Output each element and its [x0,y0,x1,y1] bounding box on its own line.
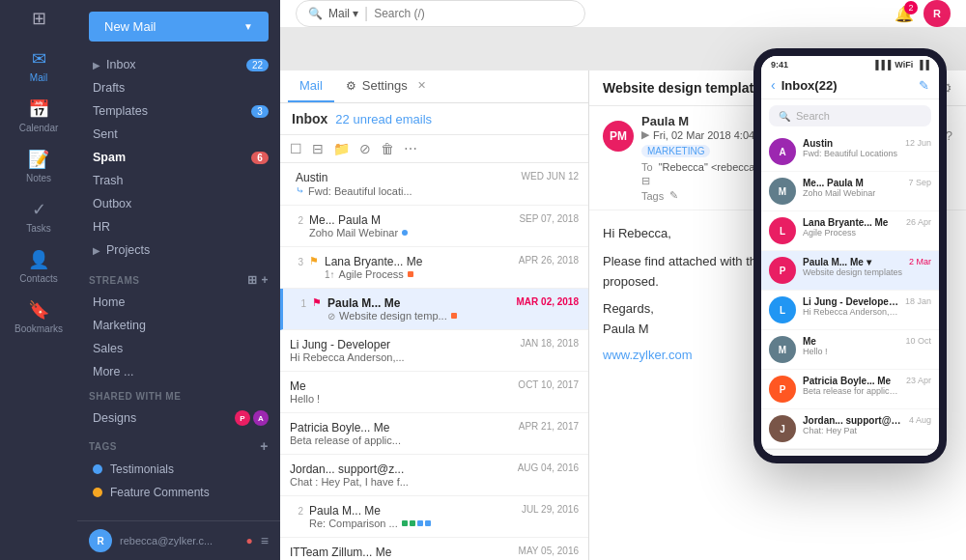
folder-outbox[interactable]: Outbox [77,192,280,215]
email-items-list: Austin WED JUN 12 ⤷ Fwd: Beautiful locat… [280,163,588,560]
nav-item-contacts[interactable]: 👤 Contacts [0,241,77,292]
email-category-tag: MARKETING [641,145,710,157]
sender-avatar: PM [603,121,634,152]
mobile-email-4[interactable]: P Paula M... Me ▾ Website design templat… [761,251,939,291]
fwd-icon: ⤷ [296,184,304,197]
new-mail-button[interactable]: New Mail ▼ [89,12,269,42]
top-bar-actions: 🔔 2 R [895,0,951,27]
top-bar: 🔍 Mail ▾ | 🔔 2 R [280,0,966,28]
stream-sales[interactable]: Sales [77,337,280,360]
archive-icon[interactable]: ⊘ [357,139,373,158]
mobile-nav-contacts-icon: 👤 [842,457,858,463]
folder-spam[interactable]: Spam 6 [77,146,280,169]
email-row-4[interactable]: 1 ⚑ Paula M... Me MAR 02, 2018 ⊘ Website… [280,289,588,330]
tags-header: TAGS + [77,431,280,458]
email-row-3[interactable]: 3 ⚑ Lana Bryante... Me APR 26, 2018 1↑ A… [280,247,588,289]
mobile-email-6[interactable]: M Me Hello ! 10 Oct [761,330,939,370]
mobile-time: 9:41 [771,60,788,70]
nav-item-calendar[interactable]: 📅 Calendar [0,91,77,141]
email-row-9[interactable]: 2 Paula M... Me JUL 29, 2016 Re: Compari… [280,496,588,538]
tab-mail[interactable]: Mail [288,70,334,102]
folder-trash[interactable]: Trash [77,169,280,192]
email-row-1[interactable]: Austin WED JUN 12 ⤷ Fwd: Beautiful locat… [280,163,588,206]
email-row-6[interactable]: Me OCT 10, 2017 Hello ! [280,372,588,413]
email-row-2[interactable]: 2 Me... Paula M SEP 07, 2018 Zoho Mail W… [280,206,588,247]
folder-drafts[interactable]: Drafts [77,76,280,99]
sidebar-footer-dot: ● [246,534,253,547]
search-input[interactable] [374,7,573,20]
user-avatar-topbar[interactable]: R [923,0,951,27]
new-mail-dropdown-arrow: ▼ [243,21,253,32]
nav-item-bookmarks[interactable]: 🔖 Bookmarks [0,292,77,342]
nav-label-tasks: Tasks [26,223,51,234]
delete-icon[interactable]: 🗑 [379,139,396,158]
email-list-toolbar: ☐ ⊟ 📁 ⊘ 🗑 ⋯ [280,135,588,163]
nav-label-bookmarks: Bookmarks [14,323,63,334]
more-toolbar-icon[interactable]: ⋯ [402,139,419,158]
search-scope[interactable]: Mail ▾ [328,7,358,20]
email-list-panel: Mail ⚙ Settings ✕ Inbox 22 unread emails… [280,70,589,560]
mobile-email-2[interactable]: M Me... Paula M Zoho Mail Webinar 7 Sep [761,172,939,211]
nav-label-contacts: Contacts [19,273,57,284]
mobile-nav-calendar-icon: 📅 [807,457,822,463]
mobile-avatar-1: A [769,138,796,165]
folder-sent[interactable]: Sent [77,123,280,146]
tags-add-icon[interactable]: + [260,438,269,454]
tag-feature-comments[interactable]: Feature Comments [77,481,280,504]
mobile-back-button[interactable]: ‹ [771,77,776,93]
email-row-7[interactable]: Patricia Boyle... Me APR 21, 2017 Beta r… [280,413,588,455]
email-content-7: Patricia Boyle... Me APR 21, 2017 Beta r… [290,421,579,446]
mobile-nav-contacts[interactable]: 👤 Contacts [833,454,868,463]
add-tag-icon[interactable]: ✎ [669,189,678,202]
tag-testimonials[interactable]: Testimonials [77,458,280,481]
nav-item-mail[interactable]: ✉ Mail [0,41,77,91]
nav-item-tasks[interactable]: ✓ Tasks [0,191,77,241]
mobile-wifi-icon: WiFi [895,60,913,70]
shared-header: SHARED WITH ME [77,383,280,406]
search-icon: 🔍 [308,7,323,20]
app-grid-icon[interactable]: ⊞ [32,8,46,29]
email-row-8[interactable]: Jordan... support@z... AUG 04, 2016 Chat… [280,455,588,496]
nav-item-notes[interactable]: 📝 Notes [0,141,77,191]
stream-more[interactable]: More ... [77,360,280,383]
mobile-nav-files[interactable]: 📁 Files [867,454,903,463]
folder-move-icon[interactable]: 📁 [331,139,352,158]
checkbox-all[interactable]: ☐ [288,139,304,158]
mobile-nav-calendar[interactable]: 📅 Calendar [797,454,833,463]
filter-icon[interactable]: ⊟ [310,139,326,158]
mobile-search-box[interactable]: 🔍 Search [769,105,931,126]
notification-button[interactable]: 🔔 2 [895,5,914,23]
mobile-edit-icon[interactable]: ✎ [919,78,929,93]
mobile-email-7[interactable]: P Patricia Boyle... Me Beta release for … [761,370,939,409]
email-row-10[interactable]: ITTeam Zillum... Me MAY 05, 2016 Event I… [280,538,588,560]
email-row-5[interactable]: Li Jung - Developer JAN 18, 2018 Hi Rebe… [280,330,588,372]
mobile-content-5: Li Jung - Developer ▾ Hi Rebecca Anderso… [803,296,898,317]
shared-designs[interactable]: Designs P A [77,406,280,431]
mobile-email-5[interactable]: L Li Jung - Developer ▾ Hi Rebecca Ander… [761,291,939,330]
mobile-email-3[interactable]: L Lana Bryante... Me Agile Process 26 Ap… [761,211,939,251]
mobile-email-8[interactable]: J Jordan... support@zylker Chat: Hey Pat… [761,409,939,449]
email-content-3: Lana Bryante... Me APR 26, 2018 1↑ Agile… [325,255,579,280]
streams-add-icon[interactable]: + [261,273,269,287]
notification-badge: 2 [904,1,918,14]
streams-edit-icon[interactable]: ⊞ [247,273,258,287]
settings-tab-icon: ⚙ [346,79,356,93]
folder-projects[interactable]: ▶ Projects [77,238,280,262]
mobile-battery-icon: ▐▐ [917,60,929,70]
folder-templates[interactable]: Templates 3 [77,99,280,123]
tag-dot-feature-comments [93,488,102,497]
mobile-avatar-4: P [769,257,796,284]
folders-section: ▶ Inbox 22 Drafts Templates 3 Sent Spam [77,49,280,266]
email-content-1: Austin WED JUN 12 ⤷ Fwd: Beautiful locat… [296,171,579,197]
mobile-email-list: A Austin Fwd: Beautiful Locations 12 Jun… [761,132,939,449]
settings-tab-close[interactable]: ✕ [417,79,426,92]
tab-settings[interactable]: ⚙ Settings ✕ [334,70,438,102]
folder-inbox[interactable]: ▶ Inbox 22 [77,53,280,76]
stream-marketing[interactable]: Marketing [77,314,280,337]
user-avatar-sidebar: R [89,529,112,552]
folder-hr[interactable]: HR [77,215,280,238]
mobile-email-1[interactable]: A Austin Fwd: Beautiful Locations 12 Jun [761,132,939,172]
stream-home[interactable]: Home [77,291,280,314]
sidebar-collapse-icon[interactable]: ≡ [261,533,269,548]
email-content-4: Paula M... Me MAR 02, 2018 ⊘ Website des… [327,296,579,322]
